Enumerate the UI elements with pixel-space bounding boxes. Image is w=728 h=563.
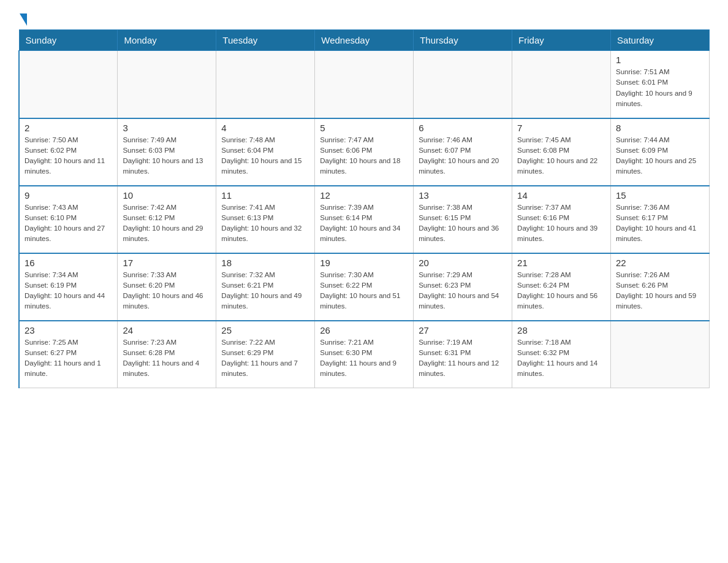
day-number: 20	[419, 258, 507, 268]
calendar-cell: 9Sunrise: 7:43 AMSunset: 6:10 PMDaylight…	[19, 186, 118, 253]
day-number: 2	[25, 123, 112, 133]
calendar-cell: 2Sunrise: 7:50 AMSunset: 6:02 PMDaylight…	[19, 118, 118, 186]
day-info: Sunrise: 7:39 AMSunset: 6:14 PMDaylight:…	[320, 202, 408, 245]
calendar-cell: 27Sunrise: 7:19 AMSunset: 6:31 PMDayligh…	[414, 321, 512, 388]
day-info: Sunrise: 7:32 AMSunset: 6:21 PMDaylight:…	[221, 270, 309, 312]
day-number: 24	[123, 325, 211, 335]
calendar-cell: 20Sunrise: 7:29 AMSunset: 6:23 PMDayligh…	[414, 253, 512, 321]
calendar-cell: 8Sunrise: 7:44 AMSunset: 6:09 PMDaylight…	[611, 118, 710, 186]
calendar-week-3: 16Sunrise: 7:34 AMSunset: 6:19 PMDayligh…	[19, 253, 710, 321]
day-number: 28	[517, 325, 605, 335]
calendar-cell: 28Sunrise: 7:18 AMSunset: 6:32 PMDayligh…	[512, 321, 611, 388]
day-number: 26	[320, 325, 408, 335]
day-info: Sunrise: 7:28 AMSunset: 6:24 PMDaylight:…	[517, 270, 605, 312]
weekday-header-thursday: Thursday	[414, 30, 512, 51]
day-info: Sunrise: 7:48 AMSunset: 6:04 PMDaylight:…	[221, 135, 309, 177]
day-info: Sunrise: 7:22 AMSunset: 6:29 PMDaylight:…	[221, 337, 309, 380]
calendar-cell: 19Sunrise: 7:30 AMSunset: 6:22 PMDayligh…	[315, 253, 414, 321]
weekday-header-friday: Friday	[512, 30, 611, 51]
day-number: 21	[517, 258, 605, 268]
day-info: Sunrise: 7:26 AMSunset: 6:26 PMDaylight:…	[616, 270, 704, 312]
calendar-cell: 7Sunrise: 7:45 AMSunset: 6:08 PMDaylight…	[512, 118, 611, 186]
calendar-cell	[19, 51, 118, 118]
calendar-week-1: 2Sunrise: 7:50 AMSunset: 6:02 PMDaylight…	[19, 118, 710, 186]
weekday-header-tuesday: Tuesday	[216, 30, 315, 51]
calendar-cell: 17Sunrise: 7:33 AMSunset: 6:20 PMDayligh…	[118, 253, 216, 321]
day-number: 17	[123, 258, 211, 268]
day-info: Sunrise: 7:33 AMSunset: 6:20 PMDaylight:…	[123, 270, 211, 312]
day-info: Sunrise: 7:36 AMSunset: 6:17 PMDaylight:…	[616, 202, 704, 245]
calendar-cell	[512, 51, 611, 118]
day-number: 14	[517, 190, 605, 201]
day-info: Sunrise: 7:42 AMSunset: 6:12 PMDaylight:…	[123, 202, 211, 245]
calendar-cell	[216, 51, 315, 118]
logo	[18, 12, 27, 23]
calendar-cell: 13Sunrise: 7:38 AMSunset: 6:15 PMDayligh…	[414, 186, 512, 253]
calendar-cell: 26Sunrise: 7:21 AMSunset: 6:30 PMDayligh…	[315, 321, 414, 388]
day-info: Sunrise: 7:21 AMSunset: 6:30 PMDaylight:…	[320, 337, 408, 380]
day-number: 10	[123, 190, 211, 201]
calendar-cell	[414, 51, 512, 118]
weekday-header-wednesday: Wednesday	[315, 30, 414, 51]
weekday-header-sunday: Sunday	[19, 30, 118, 51]
day-info: Sunrise: 7:34 AMSunset: 6:19 PMDaylight:…	[25, 270, 112, 312]
day-number: 9	[25, 190, 112, 201]
day-info: Sunrise: 7:51 AMSunset: 6:01 PMDaylight:…	[616, 67, 704, 109]
day-info: Sunrise: 7:19 AMSunset: 6:31 PMDaylight:…	[419, 337, 507, 380]
calendar-cell: 22Sunrise: 7:26 AMSunset: 6:26 PMDayligh…	[611, 253, 710, 321]
day-info: Sunrise: 7:47 AMSunset: 6:06 PMDaylight:…	[320, 135, 408, 177]
day-info: Sunrise: 7:45 AMSunset: 6:08 PMDaylight:…	[517, 135, 605, 177]
day-info: Sunrise: 7:18 AMSunset: 6:32 PMDaylight:…	[517, 337, 605, 380]
day-number: 18	[221, 258, 309, 268]
day-info: Sunrise: 7:29 AMSunset: 6:23 PMDaylight:…	[419, 270, 507, 312]
day-number: 6	[419, 123, 507, 133]
day-number: 7	[517, 123, 605, 133]
calendar-cell: 23Sunrise: 7:25 AMSunset: 6:27 PMDayligh…	[19, 321, 118, 388]
calendar-cell	[118, 51, 216, 118]
calendar-cell: 11Sunrise: 7:41 AMSunset: 6:13 PMDayligh…	[216, 186, 315, 253]
calendar-cell: 21Sunrise: 7:28 AMSunset: 6:24 PMDayligh…	[512, 253, 611, 321]
calendar-cell: 5Sunrise: 7:47 AMSunset: 6:06 PMDaylight…	[315, 118, 414, 186]
day-number: 19	[320, 258, 408, 268]
calendar-week-2: 9Sunrise: 7:43 AMSunset: 6:10 PMDaylight…	[19, 186, 710, 253]
day-number: 8	[616, 123, 704, 133]
day-number: 15	[616, 190, 704, 201]
day-number: 27	[419, 325, 507, 335]
calendar-cell: 14Sunrise: 7:37 AMSunset: 6:16 PMDayligh…	[512, 186, 611, 253]
weekday-header-monday: Monday	[118, 30, 216, 51]
calendar-header-row: SundayMondayTuesdayWednesdayThursdayFrid…	[19, 30, 710, 51]
calendar-cell: 18Sunrise: 7:32 AMSunset: 6:21 PMDayligh…	[216, 253, 315, 321]
day-number: 3	[123, 123, 211, 133]
calendar-cell: 10Sunrise: 7:42 AMSunset: 6:12 PMDayligh…	[118, 186, 216, 253]
calendar-cell	[611, 321, 710, 388]
calendar-cell: 16Sunrise: 7:34 AMSunset: 6:19 PMDayligh…	[19, 253, 118, 321]
day-info: Sunrise: 7:44 AMSunset: 6:09 PMDaylight:…	[616, 135, 704, 177]
day-number: 4	[221, 123, 309, 133]
day-info: Sunrise: 7:37 AMSunset: 6:16 PMDaylight:…	[517, 202, 605, 245]
day-number: 11	[221, 190, 309, 201]
day-number: 22	[616, 258, 704, 268]
day-number: 1	[616, 55, 704, 65]
calendar-week-0: 1Sunrise: 7:51 AMSunset: 6:01 PMDaylight…	[19, 51, 710, 118]
calendar-cell: 3Sunrise: 7:49 AMSunset: 6:03 PMDaylight…	[118, 118, 216, 186]
calendar-table: SundayMondayTuesdayWednesdayThursdayFrid…	[18, 29, 710, 388]
calendar-cell	[315, 51, 414, 118]
calendar-cell: 15Sunrise: 7:36 AMSunset: 6:17 PMDayligh…	[611, 186, 710, 253]
day-info: Sunrise: 7:30 AMSunset: 6:22 PMDaylight:…	[320, 270, 408, 312]
day-info: Sunrise: 7:23 AMSunset: 6:28 PMDaylight:…	[123, 337, 211, 380]
weekday-header-saturday: Saturday	[611, 30, 710, 51]
day-info: Sunrise: 7:50 AMSunset: 6:02 PMDaylight:…	[25, 135, 112, 177]
day-number: 12	[320, 190, 408, 201]
day-number: 13	[419, 190, 507, 201]
day-info: Sunrise: 7:43 AMSunset: 6:10 PMDaylight:…	[25, 202, 112, 245]
day-info: Sunrise: 7:46 AMSunset: 6:07 PMDaylight:…	[419, 135, 507, 177]
day-info: Sunrise: 7:38 AMSunset: 6:15 PMDaylight:…	[419, 202, 507, 245]
calendar-cell: 12Sunrise: 7:39 AMSunset: 6:14 PMDayligh…	[315, 186, 414, 253]
calendar-cell: 6Sunrise: 7:46 AMSunset: 6:07 PMDaylight…	[414, 118, 512, 186]
day-number: 23	[25, 325, 112, 335]
day-number: 16	[25, 258, 112, 268]
calendar-cell: 25Sunrise: 7:22 AMSunset: 6:29 PMDayligh…	[216, 321, 315, 388]
day-info: Sunrise: 7:41 AMSunset: 6:13 PMDaylight:…	[221, 202, 309, 245]
day-number: 5	[320, 123, 408, 133]
calendar-cell: 1Sunrise: 7:51 AMSunset: 6:01 PMDaylight…	[611, 51, 710, 118]
